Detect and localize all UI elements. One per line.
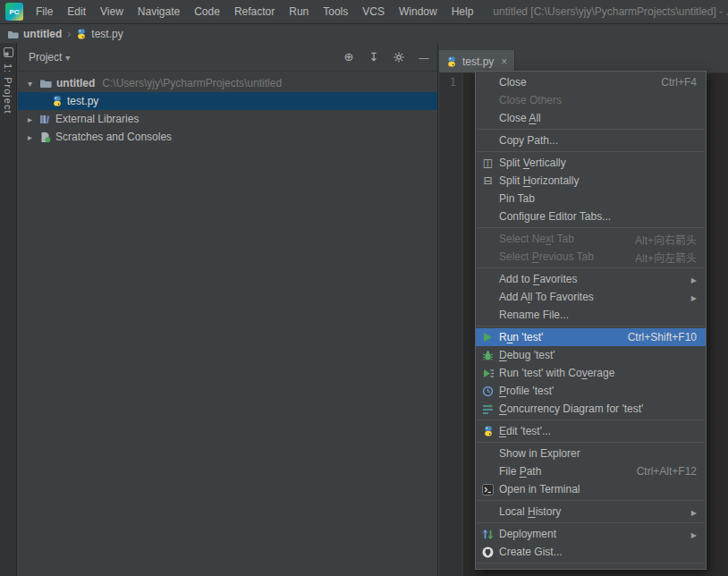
menu-item-close-all[interactable]: Close All (476, 109, 706, 127)
menu-item-local-history[interactable]: Local History (476, 503, 706, 521)
menu-item-label: Show in Explorer (499, 447, 580, 460)
menu-item-label: Run 'test' with Coverage (499, 367, 614, 379)
icon-spacer (480, 308, 495, 322)
menu-item-label: Open in Terminal (499, 483, 580, 496)
menu-vcs[interactable]: VCS (355, 5, 392, 18)
run-icon (480, 330, 495, 344)
collapse-caret-icon[interactable] (25, 131, 35, 143)
icon-spacer (480, 464, 495, 479)
chevron-down-icon (65, 51, 70, 64)
menu-item-label: Local History (499, 505, 561, 518)
menu-separator (477, 419, 705, 420)
menu-edit[interactable]: Edit (60, 5, 93, 18)
menu-item-copy-path[interactable]: Copy Path... (476, 131, 706, 149)
submenu-arrow-icon (691, 528, 697, 540)
settings-gear-icon[interactable] (393, 51, 405, 64)
split-horizontal-icon (480, 174, 495, 188)
menu-item-shortcut: Alt+向右箭头 (617, 232, 697, 247)
submenu-arrow-icon (691, 505, 697, 518)
menu-item-add-to-favorites[interactable]: Add to Favorites (476, 270, 706, 288)
menu-item-label: Close Others (499, 94, 562, 106)
icon-spacer (480, 191, 495, 206)
menu-separator (477, 500, 705, 501)
menu-item-label: Rename File... (499, 309, 569, 321)
menu-code[interactable]: Code (187, 5, 227, 18)
terminal-icon (480, 482, 495, 496)
menu-item-split-vertically[interactable]: Split Vertically (476, 154, 706, 172)
menu-item-file-path[interactable]: File Path Ctrl+Alt+F12 (476, 462, 706, 480)
menu-tools[interactable]: Tools (316, 5, 355, 18)
menu-file[interactable]: File (29, 5, 60, 18)
python-file-icon (76, 29, 87, 39)
menu-item-label: Debug 'test' (499, 349, 555, 361)
menu-navigate[interactable]: Navigate (131, 5, 187, 18)
icon-spacer (480, 272, 495, 286)
menu-item-run-test-with-coverage[interactable]: Run 'test' with Coverage (476, 364, 706, 382)
menu-item-label: Profile 'test' (499, 385, 554, 397)
debug-icon (480, 348, 495, 362)
menu-item-label: Create Gist... (499, 546, 563, 558)
menu-item-deployment[interactable]: Deployment (476, 525, 706, 543)
menu-item-label: Deployment (499, 528, 556, 540)
menu-refactor[interactable]: Refactor (227, 5, 282, 18)
collapse-all-icon[interactable] (368, 51, 380, 64)
menu-item-label: Select Previous Tab (499, 250, 594, 263)
menu-item-show-in-explorer[interactable]: Show in Explorer (476, 445, 706, 462)
menu-item-label: File Path (499, 465, 541, 478)
menu-item-label: Select Next Tab (499, 233, 574, 245)
tool-window-stripe: 1: Project (0, 43, 17, 576)
menu-item-profile-test[interactable]: Profile 'test' (476, 382, 706, 400)
menu-item-label: Close All (499, 112, 541, 124)
editor-tab-label: test.py (462, 55, 494, 68)
menu-item-label: Add to Favorites (499, 273, 577, 285)
menu-item-split-horizontally[interactable]: Split Horizontally (476, 172, 706, 190)
menu-item-open-in-terminal[interactable]: Open in Terminal (476, 480, 706, 498)
menu-item-close[interactable]: Close Ctrl+F4 (476, 73, 706, 91)
breadcrumb-file[interactable]: test.py (76, 28, 123, 40)
breadcrumb-project[interactable]: untitled (7, 28, 62, 40)
concurrency-icon (480, 402, 495, 416)
menu-item-shortcut: Ctrl+Shift+F10 (610, 331, 697, 343)
close-tab-icon[interactable] (499, 56, 507, 67)
menu-item-create-gist[interactable]: Create Gist... (476, 543, 706, 561)
editor-tab-test-py[interactable]: test.py (439, 50, 515, 72)
expand-caret-icon[interactable] (25, 77, 35, 89)
hide-panel-icon[interactable] (418, 51, 430, 64)
project-panel-toolbar (343, 51, 430, 64)
line-number: 1 (450, 76, 456, 89)
project-tool-window-label: 1: Project (3, 64, 13, 114)
menu-window[interactable]: Window (392, 5, 444, 18)
folder-icon (39, 78, 52, 89)
menu-item-select-previous-tab: Select Previous Tab Alt+向左箭头 (476, 248, 706, 266)
gist-icon (480, 545, 495, 559)
tree-row-scratches[interactable]: Scratches and Consoles (18, 128, 437, 146)
project-tool-window-button[interactable]: 1: Project (0, 47, 16, 114)
menu-help[interactable]: Help (444, 5, 481, 18)
folder-icon (7, 30, 19, 39)
tree-row-external-libraries[interactable]: External Libraries (18, 110, 437, 128)
breadcrumb: untitled › test.py (0, 25, 728, 43)
icon-spacer (480, 446, 495, 461)
menu-run[interactable]: Run (282, 5, 316, 18)
coverage-icon (480, 366, 495, 380)
menu-view[interactable]: View (93, 5, 131, 18)
menu-separator (477, 522, 705, 523)
project-view-dropdown[interactable]: Project (29, 51, 70, 64)
python-file-icon (52, 96, 63, 106)
collapse-caret-icon[interactable] (25, 113, 35, 125)
menu-separator (477, 129, 705, 130)
menu-item-edit-test[interactable]: Edit 'test'... (476, 422, 706, 440)
tree-row-test-py[interactable]: test.py (18, 92, 437, 110)
menu-item-shortcut: Alt+向左箭头 (617, 250, 697, 265)
menu-item-configure-editor-tabs[interactable]: Configure Editor Tabs... (476, 208, 706, 225)
locate-icon[interactable] (343, 51, 355, 64)
menu-item-run-test[interactable]: Run 'test' Ctrl+Shift+F10 (476, 328, 706, 346)
menu-item-pin-tab[interactable]: Pin Tab (476, 190, 706, 208)
menu-item-add-all-to-favorites[interactable]: Add All To Favorites (476, 288, 706, 306)
menu-separator (477, 442, 705, 443)
menu-separator (477, 151, 705, 152)
menu-item-rename-file[interactable]: Rename File... (476, 306, 706, 324)
menu-item-debug-test[interactable]: Debug 'test' (476, 346, 706, 364)
menu-item-concurrency-diagram[interactable]: Concurrency Diagram for 'test' (476, 400, 706, 418)
tree-row-project-root[interactable]: untitled C:\Users\yjy\PycharmProjects\un… (18, 74, 437, 92)
